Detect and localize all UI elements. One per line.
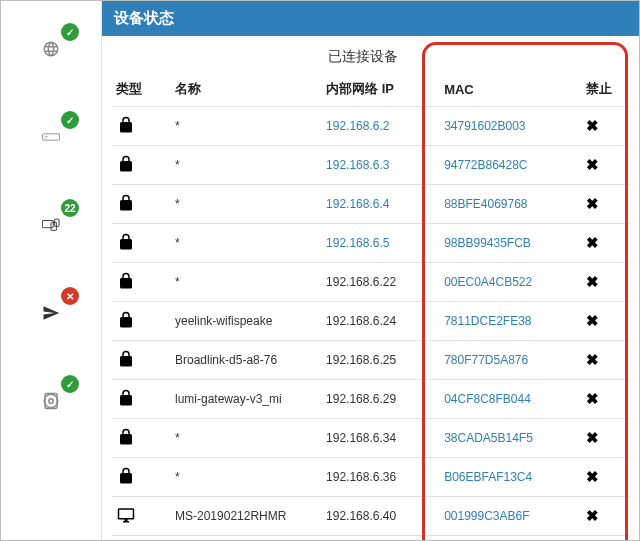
device-mac[interactable]: 98BB99435FCB bbox=[440, 224, 582, 263]
device-name: Broadlink-d5-a8-76 bbox=[171, 341, 322, 380]
device-name: MS-20190212RHMR bbox=[171, 497, 322, 536]
block-button[interactable]: ✖ bbox=[586, 312, 599, 329]
device-ip: 192.168.6.41 bbox=[322, 536, 440, 541]
error-badge: ✕ bbox=[61, 287, 79, 305]
lock-icon bbox=[116, 310, 136, 330]
lock-icon bbox=[116, 232, 136, 252]
sidebar-item-wifi[interactable]: ✓ bbox=[21, 117, 81, 157]
device-name: * bbox=[171, 107, 322, 146]
col-ip: 内部网络 IP bbox=[322, 72, 440, 107]
device-name: * bbox=[171, 458, 322, 497]
device-mac[interactable]: 38CADA5B14F5 bbox=[440, 419, 582, 458]
block-button[interactable]: ✖ bbox=[586, 429, 599, 446]
check-badge: ✓ bbox=[61, 111, 79, 129]
lock-icon bbox=[116, 154, 136, 174]
lock-icon bbox=[116, 427, 136, 447]
block-button[interactable]: ✖ bbox=[586, 273, 599, 290]
device-ip: 192.168.6.29 bbox=[322, 380, 440, 419]
device-ip: 192.168.6.40 bbox=[322, 497, 440, 536]
table-row: chuangmi_camera_ip192.168.6.4104CF8CCFEE… bbox=[112, 536, 629, 541]
check-badge: ✓ bbox=[61, 23, 79, 41]
lock-icon bbox=[116, 193, 136, 213]
device-ip: 192.168.6.36 bbox=[322, 458, 440, 497]
device-mac[interactable]: 34791602B003 bbox=[440, 107, 582, 146]
device-name: * bbox=[171, 185, 322, 224]
device-ip[interactable]: 192.168.6.3 bbox=[322, 146, 440, 185]
paper-plane-icon bbox=[41, 303, 61, 323]
device-mac[interactable]: 88BFE4069768 bbox=[440, 185, 582, 224]
table-row: *192.168.6.2200EC0A4CB522✖ bbox=[112, 263, 629, 302]
sidebar-item-status[interactable]: ✓ bbox=[21, 29, 81, 69]
sidebar: ✓ ✓ 22 ✕ ✓ bbox=[1, 1, 102, 540]
lock-icon bbox=[116, 349, 136, 369]
device-name: chuangmi_camera_ip bbox=[171, 536, 322, 541]
svg-rect-1 bbox=[42, 221, 53, 228]
device-table: 类型 名称 内部网络 IP MAC 禁止 *192.168.6.23479160… bbox=[112, 72, 629, 540]
device-mac[interactable]: 780F77D5A876 bbox=[440, 341, 582, 380]
block-button[interactable]: ✖ bbox=[586, 117, 599, 134]
device-ip[interactable]: 192.168.6.2 bbox=[322, 107, 440, 146]
device-name: yeelink-wifispeake bbox=[171, 302, 322, 341]
table-row: *192.168.6.598BB99435FCB✖ bbox=[112, 224, 629, 263]
sidebar-item-send[interactable]: ✕ bbox=[21, 293, 81, 333]
table-row: *192.168.6.488BFE4069768✖ bbox=[112, 185, 629, 224]
sidebar-item-storage[interactable]: ✓ bbox=[21, 381, 81, 421]
device-mac[interactable]: B06EBFAF13C4 bbox=[440, 458, 582, 497]
main-panel: 设备状态 已连接设备 类型 名称 内部网络 IP MAC 禁止 *192.168… bbox=[102, 1, 639, 540]
device-ip[interactable]: 192.168.6.5 bbox=[322, 224, 440, 263]
devices-icon bbox=[41, 215, 61, 235]
count-badge: 22 bbox=[61, 199, 79, 217]
device-ip: 192.168.6.24 bbox=[322, 302, 440, 341]
table-row: *192.168.6.234791602B003✖ bbox=[112, 107, 629, 146]
col-block: 禁止 bbox=[582, 72, 629, 107]
col-name: 名称 bbox=[171, 72, 322, 107]
device-mac[interactable]: 94772B86428C bbox=[440, 146, 582, 185]
device-ip[interactable]: 192.168.6.4 bbox=[322, 185, 440, 224]
table-row: *192.168.6.3438CADA5B14F5✖ bbox=[112, 419, 629, 458]
block-button[interactable]: ✖ bbox=[586, 390, 599, 407]
block-button[interactable]: ✖ bbox=[586, 156, 599, 173]
device-name: * bbox=[171, 146, 322, 185]
table-row: lumi-gateway-v3_mi192.168.6.2904CF8C8FB0… bbox=[112, 380, 629, 419]
table-row: *192.168.6.36B06EBFAF13C4✖ bbox=[112, 458, 629, 497]
svg-point-4 bbox=[44, 394, 58, 408]
globe-icon bbox=[41, 39, 61, 59]
lock-icon bbox=[116, 466, 136, 486]
col-mac: MAC bbox=[440, 72, 582, 107]
lock-icon bbox=[116, 271, 136, 291]
block-button[interactable]: ✖ bbox=[586, 234, 599, 251]
block-button[interactable]: ✖ bbox=[586, 195, 599, 212]
phone-wifi-icon bbox=[41, 127, 61, 147]
device-mac[interactable]: 04CF8C8FB044 bbox=[440, 380, 582, 419]
col-type: 类型 bbox=[112, 72, 171, 107]
lock-icon bbox=[116, 115, 136, 135]
device-name: * bbox=[171, 419, 322, 458]
svg-point-5 bbox=[49, 399, 54, 404]
table-row: *192.168.6.394772B86428C✖ bbox=[112, 146, 629, 185]
device-ip: 192.168.6.25 bbox=[322, 341, 440, 380]
device-mac[interactable]: 00EC0A4CB522 bbox=[440, 263, 582, 302]
block-button[interactable]: ✖ bbox=[586, 468, 599, 485]
device-name: * bbox=[171, 263, 322, 302]
check-badge: ✓ bbox=[61, 375, 79, 393]
page-title: 设备状态 bbox=[102, 1, 639, 36]
sidebar-item-devices[interactable]: 22 bbox=[21, 205, 81, 245]
device-ip: 192.168.6.22 bbox=[322, 263, 440, 302]
device-mac[interactable]: 7811DCE2FE38 bbox=[440, 302, 582, 341]
device-ip: 192.168.6.34 bbox=[322, 419, 440, 458]
device-name: * bbox=[171, 224, 322, 263]
hdd-icon bbox=[41, 391, 61, 411]
block-button[interactable]: ✖ bbox=[586, 507, 599, 524]
device-mac[interactable]: 04CF8CCFEE24 bbox=[440, 536, 582, 541]
monitor-icon bbox=[116, 505, 136, 525]
table-row: Broadlink-d5-a8-76192.168.6.25780F77D5A8… bbox=[112, 341, 629, 380]
table-row: MS-20190212RHMR192.168.6.40001999C3AB6F✖ bbox=[112, 497, 629, 536]
table-row: yeelink-wifispeake192.168.6.247811DCE2FE… bbox=[112, 302, 629, 341]
section-title: 已连接设备 bbox=[112, 42, 629, 72]
device-mac[interactable]: 001999C3AB6F bbox=[440, 497, 582, 536]
lock-icon bbox=[116, 388, 136, 408]
device-name: lumi-gateway-v3_mi bbox=[171, 380, 322, 419]
block-button[interactable]: ✖ bbox=[586, 351, 599, 368]
